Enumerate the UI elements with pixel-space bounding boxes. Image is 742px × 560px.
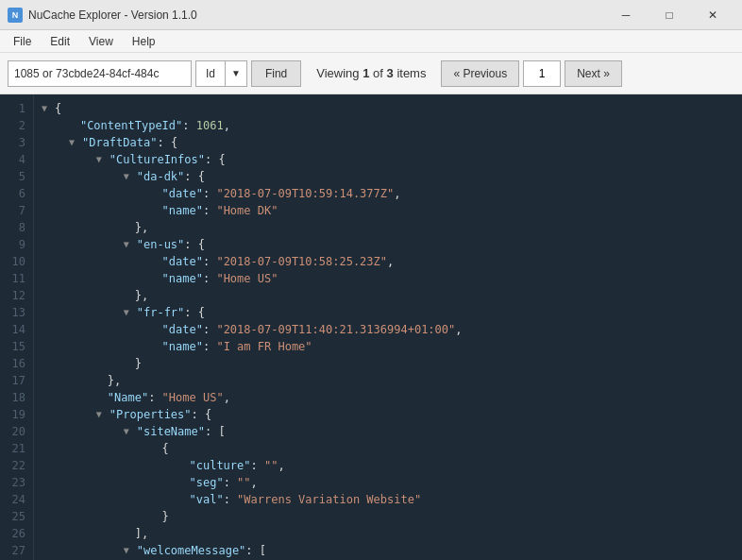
viewing-total: 3 — [387, 66, 394, 80]
toggle-icon[interactable]: ▼ — [124, 236, 135, 253]
close-button[interactable]: ✕ — [691, 0, 734, 30]
toggle-icon[interactable]: ▼ — [124, 304, 135, 321]
table-row: ▼ "Properties": { — [42, 406, 734, 423]
table-row: ▼ "CultureInfos": { — [42, 151, 734, 168]
table-row: "seg": "", — [42, 474, 734, 491]
table-row: ▼ "en-us": { — [42, 236, 734, 253]
table-row: "Name": "Home US", — [42, 389, 734, 406]
table-row: "name": "I am FR Home" — [42, 338, 734, 355]
menu-bar: File Edit View Help — [0, 30, 742, 53]
viewing-info: Viewing 1 of 3 items — [305, 66, 437, 80]
chevron-down-icon[interactable]: ▼ — [226, 61, 246, 86]
table-row: ], — [42, 525, 734, 542]
previous-button[interactable]: « Previous — [441, 60, 519, 87]
next-button[interactable]: Next » — [565, 60, 622, 87]
toggle-icon[interactable]: ▼ — [124, 423, 135, 440]
menu-view[interactable]: View — [79, 33, 123, 50]
table-row: ▼ "da-dk": { — [42, 168, 734, 185]
toggle-icon[interactable]: ▼ — [96, 151, 108, 168]
table-row: ▼ "DraftData": { — [42, 134, 734, 151]
find-button[interactable]: Find — [251, 60, 301, 87]
line-numbers: 1234567891011121314151617181920212223242… — [0, 94, 34, 560]
viewing-current: 1 — [363, 66, 369, 80]
page-number-input[interactable] — [523, 60, 561, 87]
toggle-icon[interactable]: ▼ — [42, 100, 53, 117]
table-row: } — [42, 508, 734, 525]
table-row: { — [42, 440, 734, 457]
viewing-of: of — [373, 66, 383, 80]
toolbar: Id ▼ Find Viewing 1 of 3 items « Previou… — [0, 53, 742, 94]
search-input[interactable] — [8, 60, 192, 87]
table-row: "date": "2018-07-09T11:40:21.3136994+01:… — [42, 321, 734, 338]
toggle-icon[interactable]: ▼ — [69, 134, 80, 151]
dropdown-label: Id — [196, 61, 226, 86]
window-controls: ─ □ ✕ — [604, 0, 734, 30]
maximize-button[interactable]: □ — [648, 0, 691, 30]
table-row: "date": "2018-07-09T10:58:25.23Z", — [42, 253, 734, 270]
search-type-dropdown[interactable]: Id ▼ — [195, 60, 247, 87]
toggle-icon[interactable]: ▼ — [124, 542, 135, 559]
table-row: ▼ "fr-fr": { — [42, 304, 734, 321]
table-row: }, — [42, 287, 734, 304]
table-row: ▼ "siteName": [ — [42, 423, 734, 440]
table-row: }, — [42, 219, 734, 236]
toggle-icon[interactable]: ▼ — [124, 168, 135, 185]
toggle-icon[interactable]: ▼ — [96, 406, 108, 423]
table-row: "name": "Home DK" — [42, 202, 734, 219]
table-row: "name": "Home US" — [42, 270, 734, 287]
code-viewer: 1234567891011121314151617181920212223242… — [0, 94, 742, 560]
table-row: ▼ { — [42, 100, 734, 117]
menu-file[interactable]: File — [4, 33, 41, 50]
code-content: ▼ { "ContentTypeId": 1061, ▼ "DraftData"… — [34, 94, 742, 560]
table-row: "culture": "", — [42, 457, 734, 474]
table-row: "val": "Warrens Variation Website" — [42, 491, 734, 508]
table-row: }, — [42, 372, 734, 389]
viewing-label: Viewing — [316, 66, 359, 80]
menu-edit[interactable]: Edit — [41, 33, 79, 50]
table-row: "date": "2018-07-09T10:59:14.377Z", — [42, 185, 734, 202]
app-icon: N — [8, 8, 23, 23]
menu-help[interactable]: Help — [123, 33, 165, 50]
app-title: NuCache Explorer - Version 1.1.0 — [28, 8, 604, 22]
viewing-items-label: items — [396, 66, 426, 80]
title-bar: N NuCache Explorer - Version 1.1.0 ─ □ ✕ — [0, 0, 742, 30]
table-row: ▼ "welcomeMessage": [ — [42, 542, 734, 559]
table-row: } — [42, 355, 734, 372]
minimize-button[interactable]: ─ — [604, 0, 648, 30]
table-row: "ContentTypeId": 1061, — [42, 117, 734, 134]
